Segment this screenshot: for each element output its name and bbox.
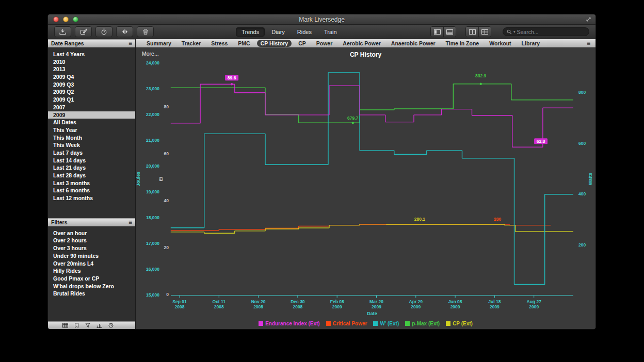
segment-rides[interactable]: Rides bbox=[292, 27, 317, 37]
sidebar-item-2009-q3[interactable]: 2009 Q3 bbox=[48, 81, 135, 89]
tab-aerobic-power[interactable]: Aerobic Power bbox=[339, 40, 384, 47]
content-area: Date Ranges ≡ Last 4 Years201020132009 Q… bbox=[48, 39, 595, 329]
tab-tracker[interactable]: Tracker bbox=[178, 40, 204, 47]
calendar-grid-icon[interactable] bbox=[62, 323, 68, 328]
sidebar-item-2009[interactable]: 2009 bbox=[48, 111, 135, 119]
legend-label: Endurance Index (Ext) bbox=[265, 321, 320, 326]
close-button[interactable] bbox=[53, 17, 59, 22]
search-field[interactable]: ▾ bbox=[503, 27, 589, 36]
sidebar-item-2009-q1[interactable]: 2009 Q1 bbox=[48, 96, 135, 104]
tab-power[interactable]: Power bbox=[313, 40, 336, 47]
delete-activity-button[interactable] bbox=[137, 26, 154, 37]
grid-view-button[interactable] bbox=[478, 27, 491, 37]
sidebar-item-last-3-months[interactable]: Last 3 months bbox=[48, 179, 135, 187]
svg-text:24,000: 24,000 bbox=[146, 60, 159, 65]
svg-text:60: 60 bbox=[164, 151, 169, 156]
segment-train[interactable]: Train bbox=[318, 27, 343, 37]
svg-text:Jun 08: Jun 08 bbox=[448, 299, 462, 304]
sidebar-item-last-4-years[interactable]: Last 4 Years bbox=[48, 51, 135, 58]
fullscreen-icon[interactable] bbox=[586, 17, 591, 22]
sidebar-item-last-6-months[interactable]: Last 6 months bbox=[48, 187, 135, 194]
svg-text:20,000: 20,000 bbox=[146, 163, 159, 169]
filter-item-under-90-minutes[interactable]: Under 90 minutes bbox=[48, 252, 135, 260]
filters-list: Over an hourOver 2 hoursOver 3 hoursUnde… bbox=[48, 226, 135, 298]
bookmark-icon[interactable] bbox=[74, 323, 79, 328]
filter-item-w-bal-drops-below-zero[interactable]: W'bal drops below Zero bbox=[48, 283, 135, 290]
filter-item-over-3-hours[interactable]: Over 3 hours bbox=[48, 244, 135, 252]
legend-swatch bbox=[405, 321, 410, 326]
tab-anaerobic-power[interactable]: Anaerobic Power bbox=[388, 40, 439, 47]
segment-trends[interactable]: Trends bbox=[236, 27, 265, 37]
tab-pmc[interactable]: PMC bbox=[234, 40, 253, 47]
search-input[interactable] bbox=[517, 29, 585, 35]
filter-item-brutal-rides[interactable]: Brutal Rides bbox=[48, 290, 135, 298]
filter-funnel-icon[interactable] bbox=[85, 323, 90, 328]
sidebar-item-last-14-days[interactable]: Last 14 days bbox=[48, 157, 135, 164]
sidebar-panel-icon bbox=[434, 29, 441, 35]
tab-cp[interactable]: CP bbox=[295, 40, 310, 47]
svg-text:0: 0 bbox=[166, 292, 169, 297]
tab-summary[interactable]: Summary bbox=[143, 40, 175, 47]
split-activity-button[interactable] bbox=[116, 26, 133, 37]
svg-text:Mar 20: Mar 20 bbox=[369, 299, 383, 304]
segment-diary[interactable]: Diary bbox=[266, 27, 291, 37]
tab-workout[interactable]: Workout bbox=[486, 40, 514, 47]
sidebar-item-2009-q2[interactable]: 2009 Q2 bbox=[48, 88, 135, 96]
legend-item-p-max-ext: p-Max (Ext) bbox=[405, 321, 440, 326]
sidebar-item-last-12-months[interactable]: Last 12 months bbox=[48, 194, 135, 202]
svg-text:22,000: 22,000 bbox=[146, 112, 159, 117]
sidebar-item-last-7-days[interactable]: Last 7 days bbox=[48, 149, 135, 157]
sidebar-item-last-21-days[interactable]: Last 21 days bbox=[48, 164, 135, 172]
sidebar-item-2010[interactable]: 2010 bbox=[48, 58, 135, 66]
search-scope-arrow-icon[interactable]: ▾ bbox=[513, 30, 516, 34]
chart-tabbar: SummaryTrackerStressPMCCP HistoryCPPower… bbox=[136, 39, 595, 47]
tab-cp-history[interactable]: CP History bbox=[257, 40, 292, 47]
date-ranges-header[interactable]: Date Ranges ≡ bbox=[48, 39, 135, 47]
sidebar-item-2013[interactable]: 2013 bbox=[48, 65, 135, 73]
legend-label: W' (Ext) bbox=[380, 321, 399, 326]
filter-item-over-20mins-l4[interactable]: Over 20mins L4 bbox=[48, 260, 135, 268]
tabbar-menu-icon[interactable]: ≡ bbox=[587, 40, 590, 46]
import-activity-button[interactable] bbox=[54, 26, 71, 37]
sidebar-item-2009-q4[interactable]: 2009 Q4 bbox=[48, 73, 135, 81]
stopwatch-button[interactable] bbox=[95, 26, 112, 37]
traffic-lights bbox=[53, 17, 78, 22]
window-title: Mark Liversedge bbox=[48, 16, 595, 23]
sidebar-item-last-28-days[interactable]: Last 28 days bbox=[48, 172, 135, 179]
filters-menu-icon[interactable]: ≡ bbox=[128, 219, 132, 225]
svg-text:15,000: 15,000 bbox=[146, 292, 159, 298]
sidebar-item-this-year[interactable]: This Year bbox=[48, 126, 135, 134]
tab-library[interactable]: Library bbox=[518, 40, 544, 47]
toggle-sidebar-button[interactable] bbox=[431, 27, 443, 37]
svg-text:Feb 08: Feb 08 bbox=[330, 299, 344, 304]
svg-text:20: 20 bbox=[164, 245, 169, 250]
svg-text:Dec 30: Dec 30 bbox=[291, 299, 305, 304]
tiled-view-button[interactable] bbox=[466, 27, 478, 37]
split-arrows-icon bbox=[121, 29, 128, 35]
toggle-bottom-panel-button[interactable] bbox=[443, 27, 456, 37]
svg-text:400: 400 bbox=[578, 191, 586, 196]
svg-text:600: 600 bbox=[578, 141, 586, 146]
minimize-button[interactable] bbox=[63, 17, 69, 22]
sidebar-item-2007[interactable]: 2007 bbox=[48, 104, 135, 111]
svg-text:Apr 29: Apr 29 bbox=[409, 299, 423, 304]
sidebar-item-this-week[interactable]: This Week bbox=[48, 141, 135, 149]
chart-bars-icon[interactable] bbox=[96, 323, 102, 328]
filter-item-hilly-rides[interactable]: Hilly Rides bbox=[48, 267, 135, 275]
sidebar-item-all-dates[interactable]: All Dates bbox=[48, 119, 135, 126]
sidebar: Date Ranges ≡ Last 4 Years201020132009 Q… bbox=[48, 39, 136, 329]
date-ranges-menu-icon[interactable]: ≡ bbox=[128, 40, 132, 46]
tab-stress[interactable]: Stress bbox=[207, 40, 231, 47]
filters-header[interactable]: Filters ≡ bbox=[48, 218, 135, 226]
tab-time-in-zone[interactable]: Time In Zone bbox=[442, 40, 483, 47]
filter-item-over-2-hours[interactable]: Over 2 hours bbox=[48, 237, 135, 244]
download-icon bbox=[59, 28, 67, 35]
clock-icon[interactable] bbox=[108, 323, 114, 328]
svg-text:EI: EI bbox=[158, 177, 164, 182]
filter-item-over-an-hour[interactable]: Over an hour bbox=[48, 229, 135, 237]
filter-item-good-pmax-or-cp[interactable]: Good Pmax or CP bbox=[48, 275, 135, 283]
svg-text:280: 280 bbox=[494, 217, 501, 222]
zoom-button[interactable] bbox=[73, 17, 78, 22]
sidebar-item-this-month[interactable]: This Month bbox=[48, 134, 135, 142]
manual-activity-button[interactable] bbox=[75, 26, 92, 37]
